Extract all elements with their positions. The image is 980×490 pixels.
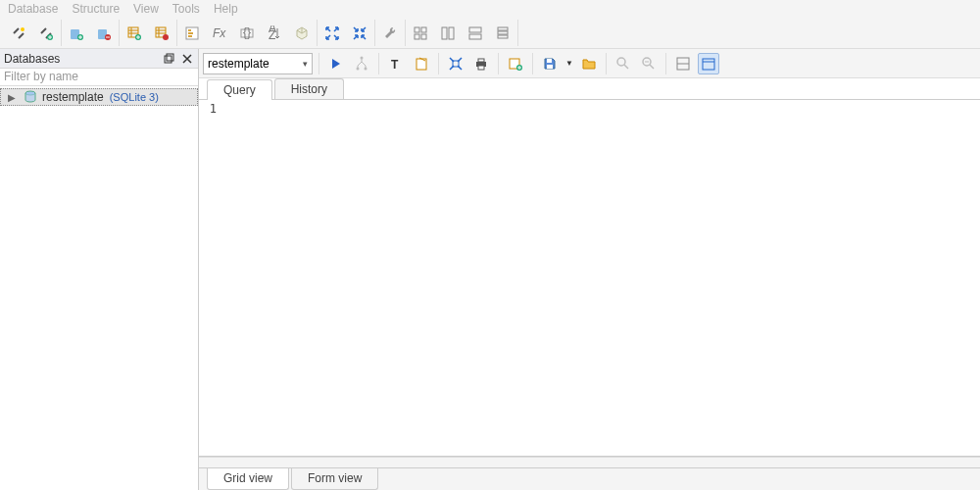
sql-editor[interactable]: 1 [199, 100, 980, 457]
database-tree[interactable]: ▶ restemplate (SQLite 3) [0, 86, 198, 490]
svg-rect-36 [476, 62, 486, 67]
zoom-in-button[interactable] [612, 53, 634, 74]
highlight-button[interactable] [445, 53, 466, 74]
sidebar-undock-icon[interactable] [163, 52, 176, 66]
table-edit-button[interactable] [151, 23, 172, 44]
svg-rect-6 [128, 27, 138, 37]
svg-point-44 [643, 58, 651, 66]
svg-rect-25 [498, 31, 508, 34]
svg-rect-46 [703, 59, 714, 70]
tab-history[interactable]: History [274, 78, 344, 99]
cube-button[interactable] [291, 23, 313, 44]
svg-rect-2 [71, 29, 79, 39]
layout-rows-button[interactable] [465, 23, 486, 44]
editor-textarea[interactable] [220, 100, 980, 456]
add-db-button[interactable] [35, 23, 57, 44]
code-button[interactable]: {} [236, 23, 258, 44]
results-tab-button[interactable] [698, 53, 719, 74]
open-button[interactable] [578, 53, 600, 74]
svg-point-29 [25, 91, 35, 95]
svg-point-9 [163, 34, 169, 40]
menu-structure[interactable]: Structure [72, 2, 120, 16]
results-below-button[interactable] [672, 53, 694, 74]
menu-database[interactable]: Database [8, 2, 58, 16]
svg-rect-37 [478, 59, 484, 62]
svg-rect-45 [677, 58, 689, 70]
function-button[interactable]: Fx [209, 23, 230, 44]
layout-grid-button[interactable] [410, 23, 431, 44]
svg-rect-38 [478, 66, 484, 70]
result-tabs: Grid view Form view [199, 468, 980, 490]
svg-rect-16 [415, 27, 419, 32]
results-divider[interactable] [199, 457, 980, 468]
menubar: Database Structure View Tools Help [0, 0, 980, 18]
import-button[interactable] [66, 23, 87, 44]
svg-rect-27 [165, 56, 172, 63]
clear-button[interactable] [411, 53, 432, 74]
svg-text:Z: Z [269, 28, 275, 41]
svg-point-1 [47, 34, 53, 40]
expand-button[interactable] [321, 23, 343, 44]
query-tabs: Query History [199, 78, 980, 100]
svg-text:A: A [269, 25, 276, 35]
wrench-button[interactable] [379, 23, 401, 44]
svg-point-0 [21, 27, 24, 31]
tree-item-type: (SQLite 3) [110, 91, 159, 103]
sidebar-title: Databases [4, 52, 60, 66]
database-select[interactable]: restemplate ▾ [203, 53, 313, 74]
menu-help[interactable]: Help [214, 2, 238, 16]
database-sidebar: Databases ▶ restemplate (SQLite 3) [0, 49, 199, 490]
save-button[interactable] [539, 53, 561, 74]
chevron-down-icon: ▾ [303, 59, 308, 69]
menu-tools[interactable]: Tools [172, 2, 200, 16]
sidebar-close-icon[interactable] [180, 52, 194, 66]
sidebar-header: Databases [0, 49, 198, 69]
tree-item-restemplate[interactable]: ▶ restemplate (SQLite 3) [0, 88, 198, 106]
zoom-out-button[interactable] [638, 53, 660, 74]
collapse-button[interactable] [349, 23, 370, 44]
tab-query[interactable]: Query [207, 79, 272, 100]
svg-rect-34 [416, 59, 426, 70]
svg-rect-23 [469, 34, 481, 39]
tree-item-label: restemplate [42, 90, 104, 104]
explain-button[interactable] [351, 53, 372, 74]
svg-rect-20 [442, 27, 447, 39]
sort-button[interactable]: AZ [264, 23, 285, 44]
tab-grid-view[interactable]: Grid view [207, 468, 289, 490]
sql-editor-button[interactable] [181, 23, 203, 44]
query-panel: restemplate ▾ T ▼ Query [199, 49, 980, 490]
menu-view[interactable]: View [133, 2, 159, 16]
svg-rect-4 [98, 29, 107, 39]
save-dropdown-icon[interactable]: ▼ [564, 53, 574, 74]
svg-point-5 [105, 34, 111, 40]
database-icon [23, 90, 38, 104]
svg-rect-35 [453, 61, 459, 67]
connect-db-button[interactable] [8, 23, 29, 44]
config-add-button[interactable] [505, 53, 526, 74]
svg-point-7 [135, 34, 141, 40]
svg-point-40 [516, 65, 522, 71]
svg-rect-28 [167, 54, 173, 61]
table-add-button[interactable] [123, 23, 145, 44]
filter-input[interactable] [4, 70, 194, 83]
sidebar-filter[interactable] [0, 69, 198, 86]
database-select-value: restemplate [208, 57, 270, 71]
svg-rect-26 [498, 35, 508, 38]
svg-text:T: T [391, 58, 399, 72]
svg-point-31 [357, 67, 360, 70]
svg-rect-10 [186, 27, 198, 39]
svg-point-30 [361, 56, 364, 59]
svg-text:{}: {} [243, 25, 251, 39]
layout-cols-button[interactable] [437, 23, 459, 44]
svg-rect-42 [547, 65, 553, 69]
export-button[interactable] [93, 23, 115, 44]
text-format-button[interactable]: T [385, 53, 407, 74]
svg-point-43 [617, 58, 625, 66]
svg-point-32 [365, 67, 368, 70]
layout-stack-button[interactable] [492, 23, 514, 44]
expand-icon[interactable]: ▶ [5, 92, 19, 103]
tab-form-view[interactable]: Form view [291, 468, 378, 490]
main-toolbar: Fx {} AZ [0, 18, 980, 49]
print-button[interactable] [470, 53, 492, 74]
execute-button[interactable] [325, 53, 347, 74]
